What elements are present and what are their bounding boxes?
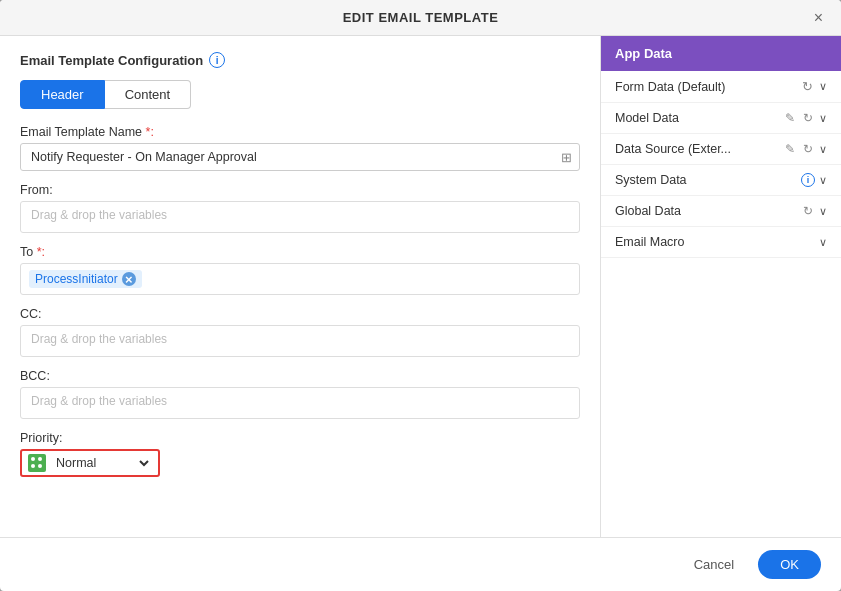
global-data-label: Global Data — [615, 204, 801, 218]
form-data-chevron-icon: ∨ — [819, 80, 827, 93]
email-macro-icons: ∨ — [819, 236, 827, 249]
data-source-refresh-icon[interactable]: ↻ — [801, 142, 815, 156]
priority-select-wrapper: Normal High Low — [20, 449, 160, 477]
section-title-text: Email Template Configuration — [20, 53, 203, 68]
from-input[interactable]: Drag & drop the variables — [20, 201, 580, 233]
cc-input[interactable]: Drag & drop the variables — [20, 325, 580, 357]
template-name-input-wrapper: ⊞ — [20, 143, 580, 171]
app-data-model-data[interactable]: Model Data ✎ ↻ ∨ — [601, 103, 841, 134]
system-data-label: System Data — [615, 173, 801, 187]
form-data-icons: ↻ ∨ — [800, 79, 827, 94]
template-name-label: Email Template Name *: — [20, 125, 580, 139]
info-icon[interactable]: i — [209, 52, 225, 68]
model-data-label: Model Data — [615, 111, 783, 125]
to-input[interactable]: ProcessInitiator × — [20, 263, 580, 295]
priority-label: Priority: — [20, 431, 580, 445]
app-data-form-data[interactable]: Form Data (Default) ↻ ∨ — [601, 71, 841, 103]
global-data-chevron-icon: ∨ — [819, 205, 827, 218]
model-data-chevron-icon: ∨ — [819, 112, 827, 125]
cc-group: CC: Drag & drop the variables — [20, 307, 580, 357]
right-panel: App Data Form Data (Default) ↻ ∨ Model D… — [601, 36, 841, 537]
bcc-group: BCC: Drag & drop the variables — [20, 369, 580, 419]
to-label: To *: — [20, 245, 580, 259]
modal-title-bar: EDIT EMAIL TEMPLATE × — [0, 0, 841, 36]
data-source-edit-icon[interactable]: ✎ — [783, 142, 797, 156]
section-title: Email Template Configuration i — [20, 52, 580, 68]
app-data-header: App Data — [601, 36, 841, 71]
from-group: From: Drag & drop the variables — [20, 183, 580, 233]
data-source-chevron-icon: ∨ — [819, 143, 827, 156]
email-macro-label: Email Macro — [615, 235, 819, 249]
template-name-group: Email Template Name *: ⊞ — [20, 125, 580, 171]
from-label: From: — [20, 183, 580, 197]
ok-button[interactable]: OK — [758, 550, 821, 579]
cancel-button[interactable]: Cancel — [680, 551, 748, 578]
global-data-icons: ↻ ∨ — [801, 204, 827, 218]
modal-body: Email Template Configuration i Header Co… — [0, 36, 841, 537]
app-data-global-data[interactable]: Global Data ↻ ∨ — [601, 196, 841, 227]
system-data-chevron-icon: ∨ — [819, 174, 827, 187]
priority-dots — [31, 457, 43, 469]
modal-footer: Cancel OK — [0, 537, 841, 591]
priority-icon — [28, 454, 46, 472]
modal-title: EDIT EMAIL TEMPLATE — [343, 10, 499, 25]
edit-email-template-modal: EDIT EMAIL TEMPLATE × Email Template Con… — [0, 0, 841, 591]
tag-remove-button[interactable]: × — [122, 272, 136, 286]
global-data-refresh-icon[interactable]: ↻ — [801, 204, 815, 218]
tab-bar: Header Content — [20, 80, 580, 109]
model-data-refresh-icon[interactable]: ↻ — [801, 111, 815, 125]
tag-label: ProcessInitiator — [35, 272, 118, 286]
model-data-icons: ✎ ↻ ∨ — [783, 111, 827, 125]
system-data-icons: i ∨ — [801, 173, 827, 187]
expand-icon: ⊞ — [561, 150, 572, 165]
app-data-data-source[interactable]: Data Source (Exter... ✎ ↻ ∨ — [601, 134, 841, 165]
tab-header[interactable]: Header — [20, 80, 105, 109]
bcc-input[interactable]: Drag & drop the variables — [20, 387, 580, 419]
close-button[interactable]: × — [808, 8, 829, 28]
priority-group: Priority: Normal High — [20, 431, 580, 477]
model-data-edit-icon[interactable]: ✎ — [783, 111, 797, 125]
tab-content[interactable]: Content — [105, 80, 192, 109]
bcc-label: BCC: — [20, 369, 580, 383]
data-source-label: Data Source (Exter... — [615, 142, 783, 156]
email-macro-chevron-icon: ∨ — [819, 236, 827, 249]
form-data-refresh-icon[interactable]: ↻ — [800, 79, 815, 94]
to-group: To *: ProcessInitiator × — [20, 245, 580, 295]
template-name-input[interactable] — [20, 143, 580, 171]
app-data-system-data[interactable]: System Data i ∨ — [601, 165, 841, 196]
cc-label: CC: — [20, 307, 580, 321]
data-source-icons: ✎ ↻ ∨ — [783, 142, 827, 156]
form-data-label: Form Data (Default) — [615, 80, 800, 94]
process-initiator-tag: ProcessInitiator × — [29, 270, 142, 288]
left-panel: Email Template Configuration i Header Co… — [0, 36, 601, 537]
app-data-email-macro[interactable]: Email Macro ∨ — [601, 227, 841, 258]
system-data-info-icon[interactable]: i — [801, 173, 815, 187]
priority-select[interactable]: Normal High Low — [52, 455, 152, 471]
